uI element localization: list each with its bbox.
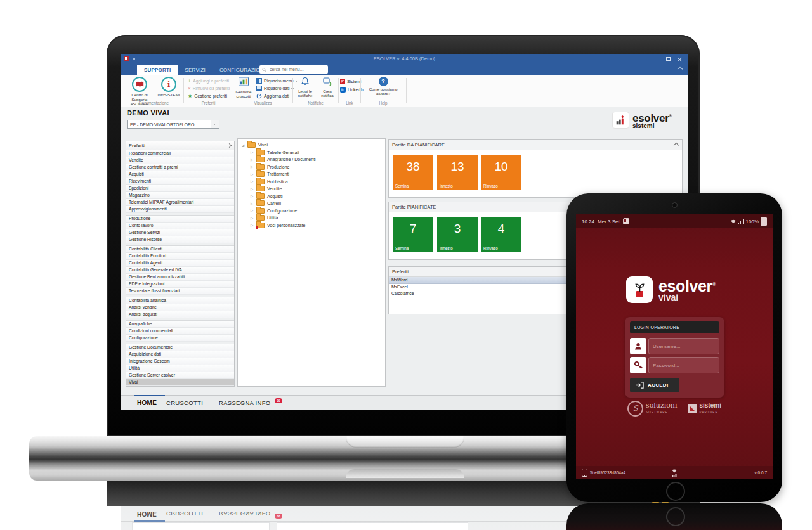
- menu-item[interactable]: Vendite: [126, 157, 234, 164]
- riquadro-dati-button[interactable]: Riquadro dati: [256, 85, 294, 92]
- menu-item[interactable]: Relazioni commerciali: [126, 150, 234, 157]
- folder-icon: [256, 164, 265, 170]
- menu-item[interactable]: Vivai Web: [126, 386, 234, 387]
- company-select[interactable]: EF - DEMO VIVAI ORTOFLORO: [127, 120, 219, 129]
- refresh-icon: [256, 93, 262, 99]
- tile-semina[interactable]: 7Semina: [393, 217, 433, 252]
- menu-item[interactable]: Contabilità Agenti: [126, 260, 234, 267]
- reflected-home-underline: [134, 520, 165, 522]
- menu-item[interactable]: Gestione Risorse: [126, 236, 234, 243]
- partner-logos: S soluzioniSOFTWARE sistemiPARTNER: [576, 401, 773, 417]
- manage-favorites-button[interactable]: ★Gestione preferiti: [188, 93, 227, 100]
- folder-icon: [256, 171, 265, 177]
- dashboard-icon: [238, 77, 249, 86]
- tablet-device: 10:24 Mer 3 Set 100% esolver® vivai: [566, 193, 782, 502]
- menu-item[interactable]: Ricevimenti: [126, 178, 234, 185]
- search-input[interactable]: [268, 67, 325, 72]
- menu-item[interactable]: Condizioni commerciali: [126, 328, 234, 335]
- reflected-tab-rassegna: RASSEGNA INFO: [219, 506, 271, 521]
- menu-item[interactable]: Analisi acquisti: [126, 311, 234, 318]
- menu-item[interactable]: Produzione: [126, 216, 234, 223]
- tile-innesto[interactable]: 3Innesto: [437, 217, 478, 252]
- menu-item[interactable]: Gestione Documentale: [126, 344, 234, 351]
- menu-item[interactable]: Magazzino: [126, 192, 234, 199]
- menu-search-box[interactable]: [259, 65, 328, 74]
- login-button[interactable]: ACCEDI: [630, 378, 679, 392]
- tile-innesto[interactable]: 13Innesto: [437, 155, 478, 190]
- tab-servizi[interactable]: SERVIZI: [178, 65, 213, 75]
- battery-icon: [761, 217, 767, 226]
- menu-item[interactable]: Gestione contratti a premi: [126, 164, 234, 171]
- aggiorna-dati-button[interactable]: Aggiorna dati: [256, 93, 289, 100]
- menu-item[interactable]: Contabilità Fornitori: [126, 253, 234, 260]
- notification-badge: 99: [275, 398, 282, 403]
- menu-item[interactable]: Conto lavoro: [126, 223, 234, 229]
- menu-pane-icon: [256, 78, 262, 84]
- tab-rassegna-info[interactable]: RASSEGNA INFO: [219, 396, 271, 410]
- home-button[interactable]: [666, 482, 685, 501]
- panel-partite-da-pianificare: Partite DA PIANIFICARE 38Semina 13Innest…: [388, 139, 683, 198]
- collapse-ribbon-icon[interactable]: [678, 67, 682, 69]
- star-icon: ★: [188, 93, 192, 99]
- linkedin-icon: in: [340, 87, 346, 93]
- username-input[interactable]: [648, 338, 719, 354]
- ribbon-group-visualizza: Gestione cruscotti Riquadro menu Riquadr…: [233, 75, 292, 106]
- sistemi-link[interactable]: Sistemi: [340, 78, 361, 85]
- data-pane-icon: [256, 86, 262, 91]
- tile-semina[interactable]: 38Semina: [393, 155, 433, 190]
- menu-item[interactable]: Analisi vendite: [126, 304, 234, 311]
- menu-item[interactable]: Contabilità analitica: [126, 297, 234, 304]
- reflected-badge: 99: [275, 514, 282, 519]
- menu-item[interactable]: Contabilità Clienti: [126, 246, 234, 253]
- menu-item[interactable]: Telematici MIPAAF Agroalimentari: [126, 199, 234, 206]
- gestione-cruscotti-button[interactable]: Gestione cruscotti: [233, 77, 254, 98]
- leggi-notifiche-button[interactable]: Leggi le notifiche: [293, 77, 317, 98]
- menu-item[interactable]: Approvvigionamenti: [126, 206, 234, 213]
- title-bar: ESOLVER v. 4.4.00B (Demo): [121, 54, 688, 63]
- collapse-panel-icon[interactable]: [674, 143, 679, 148]
- minimize-button[interactable]: [655, 57, 659, 60]
- menu-item[interactable]: EDF e Integrazioni: [126, 281, 234, 288]
- help-button[interactable]: ? Come possiamo aiutarti?: [367, 75, 399, 96]
- tile-rinvaso[interactable]: 4Rinvaso: [481, 217, 521, 252]
- menu-item[interactable]: Anagrafiche: [126, 321, 234, 328]
- tile-rinvaso[interactable]: 10Rinvaso: [481, 155, 521, 190]
- tab-supporti[interactable]: SUPPORTI: [137, 65, 178, 75]
- menu-item[interactable]: Gestione Servizi: [126, 229, 234, 236]
- panel-header[interactable]: Partite DA PIANIFICARE: [389, 140, 682, 150]
- remove-favorite-button[interactable]: ×Rimuovi da preferiti: [188, 85, 230, 92]
- infosistemi-button[interactable]: i InfoSISTEMI: [154, 77, 184, 97]
- menu-panel-header[interactable]: Preferiti: [126, 141, 234, 150]
- menu-item[interactable]: Configurazione: [126, 335, 234, 342]
- menu-item[interactable]: Acquisti: [126, 171, 234, 178]
- menu-item[interactable]: Tesoreria e flussi finanziari: [126, 288, 234, 295]
- soluzioni-icon: S: [627, 401, 643, 417]
- menu-item[interactable]: Acquisizione dati: [126, 351, 234, 358]
- reflected-tab-cruscotti: CRUSCOTTI: [166, 506, 203, 521]
- laptop-lid-notch-reflection: [346, 469, 464, 478]
- add-favorite-button[interactable]: +Aggiungi a preferiti: [188, 77, 229, 84]
- username-row: [630, 338, 719, 354]
- menu-item-selected[interactable]: Vivai: [126, 379, 234, 386]
- menu-item[interactable]: Gestione Beni ammortizzabili: [126, 274, 234, 281]
- custom-folder-icon: [256, 223, 265, 228]
- info-icon: i: [161, 77, 176, 92]
- menu-item[interactable]: Contabilità Generale ed IVA: [126, 267, 234, 274]
- folder-icon: [256, 157, 265, 162]
- tab-cruscotti[interactable]: CRUSCOTTI: [166, 396, 203, 410]
- ribbon: Centro di Supporto eSOLVER i InfoSISTEMI…: [121, 75, 688, 107]
- menu-item[interactable]: Spedizioni: [126, 185, 234, 192]
- maximize-button[interactable]: [666, 57, 671, 61]
- riquadro-menu-button[interactable]: Riquadro menu: [256, 77, 298, 84]
- tab-home[interactable]: HOME: [137, 396, 157, 410]
- crea-notifica-button[interactable]: Crea notifica: [317, 77, 337, 98]
- password-input[interactable]: [648, 357, 719, 373]
- tree-item[interactable]: ▷Voci personalizzate: [238, 222, 385, 229]
- close-button[interactable]: [678, 57, 682, 61]
- menu-item[interactable]: Utilità: [126, 365, 234, 372]
- menu-item[interactable]: Integrazione Gescom: [126, 358, 234, 365]
- collapsed-icon: ▷: [251, 216, 256, 220]
- menu-item[interactable]: Gestione Server esolver: [126, 372, 234, 379]
- collapsed-icon: ▷: [251, 202, 256, 205]
- bell-icon: [301, 77, 310, 86]
